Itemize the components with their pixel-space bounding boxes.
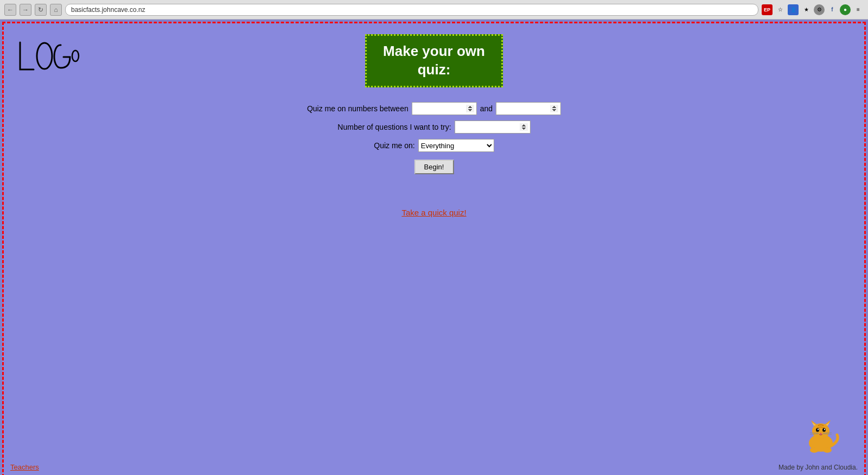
title-box: Make your own quiz:: [365, 34, 503, 87]
forward-button[interactable]: →: [20, 4, 31, 16]
quiz-type-select[interactable]: Everything Addition Subtraction Multipli…: [418, 139, 494, 152]
and-label: and: [480, 104, 493, 113]
svg-point-18: [823, 447, 832, 453]
svg-point-17: [810, 447, 819, 453]
extension-icon-3[interactable]: ●: [840, 4, 851, 15]
svg-point-1: [72, 50, 79, 61]
logo-area: [15, 34, 80, 79]
svg-point-11: [824, 429, 825, 430]
user-icon[interactable]: 👤: [788, 4, 799, 15]
header-title: Make your own quiz:: [365, 34, 503, 87]
cat-svg: [799, 416, 843, 454]
refresh-button[interactable]: ↻: [35, 4, 47, 16]
teachers-link[interactable]: Teachers: [10, 463, 39, 471]
url-text: basicfacts.johncave.co.nz: [71, 6, 145, 14]
quiz-me-on-label: Quiz me on:: [374, 141, 414, 150]
questions-row: Number of questions I want to try:: [307, 121, 561, 134]
numbers-row: Quiz me on numbers between and: [307, 102, 561, 115]
facebook-icon[interactable]: f: [827, 4, 838, 15]
browser-toolbar-icons: EP ☆ 👤 ★ ⚙ f ● ≡: [762, 4, 864, 15]
svg-point-3: [812, 423, 829, 439]
browser-chrome: ← → ↻ ⌂ basicfacts.johncave.co.nz EP ☆ 👤…: [0, 0, 868, 20]
home-button[interactable]: ⌂: [50, 4, 62, 16]
extension-icon-1[interactable]: EP: [762, 4, 773, 15]
quick-quiz-link[interactable]: Take a quick quiz!: [401, 208, 466, 217]
back-button[interactable]: ←: [4, 4, 16, 16]
bookmark-icon[interactable]: ★: [801, 4, 812, 15]
form-area: Quiz me on numbers between and Number of…: [307, 102, 561, 180]
svg-point-8: [816, 428, 819, 432]
number-to-input[interactable]: [496, 102, 561, 115]
page-content: Make your own quiz: Quiz me on numbers b…: [2, 22, 866, 475]
menu-icon[interactable]: ≡: [853, 4, 864, 15]
cat-image: [799, 416, 843, 454]
extension-icon-2[interactable]: ⚙: [814, 4, 825, 15]
svg-point-0: [37, 43, 52, 69]
address-bar[interactable]: basicfacts.johncave.co.nz: [65, 4, 758, 16]
begin-row: Begin!: [307, 157, 561, 174]
svg-point-9: [822, 428, 826, 432]
title-text: Make your own quiz:: [383, 42, 485, 79]
quiz-type-row: Quiz me on: Everything Addition Subtract…: [307, 139, 561, 152]
begin-button[interactable]: Begin!: [414, 160, 454, 174]
questions-label: Number of questions I want to try:: [337, 123, 451, 131]
footer-credit: Made by John and Cloudia.: [778, 464, 858, 471]
logo-image: [15, 34, 80, 78]
svg-point-10: [818, 429, 819, 430]
questions-input[interactable]: [455, 121, 531, 134]
between-label: Quiz me on numbers between: [307, 104, 409, 113]
number-from-input[interactable]: [412, 102, 477, 115]
star-icon[interactable]: ☆: [775, 4, 786, 15]
